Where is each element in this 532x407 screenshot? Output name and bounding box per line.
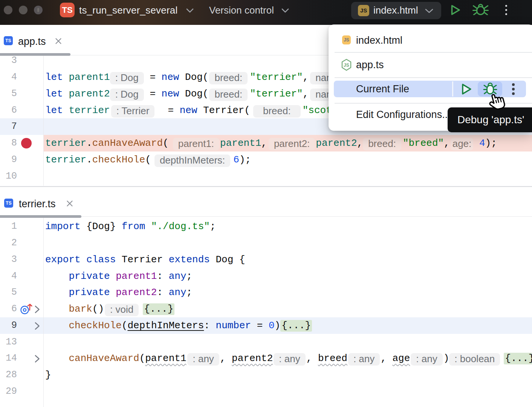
svg-text:JS: JS <box>344 63 349 68</box>
